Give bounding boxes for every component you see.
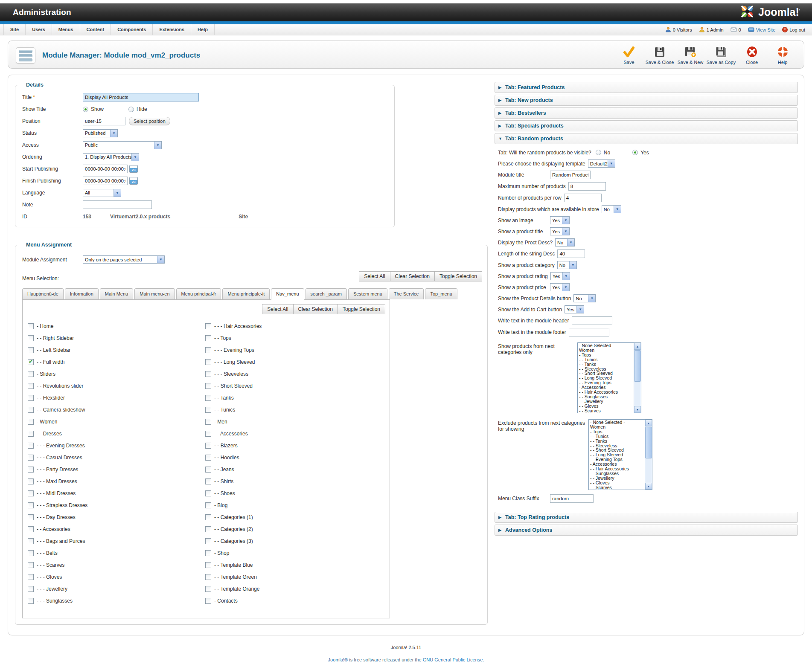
show-the-product-details-button-select[interactable]: No▼ xyxy=(573,294,596,302)
accordion-header-tab-specials-products[interactable]: ▶Tab: Specials products xyxy=(495,120,798,131)
category-option[interactable]: - Tops xyxy=(589,429,645,434)
checkbox[interactable] xyxy=(205,598,211,604)
joomla-link[interactable]: Joomla!® xyxy=(328,657,348,662)
language-select[interactable]: All▼ xyxy=(83,189,121,197)
logout-link[interactable]: Log out xyxy=(782,27,805,32)
menu-tab-menu-principal-fr[interactable]: Menu principal-fr xyxy=(176,288,221,299)
checkbox[interactable] xyxy=(28,550,34,556)
category-option[interactable]: - - Evening Tops xyxy=(589,457,645,462)
title-field[interactable] xyxy=(83,93,199,101)
position-field[interactable] xyxy=(83,117,125,125)
scroll-up-icon[interactable]: ▲ xyxy=(634,343,641,350)
menubar-item-help[interactable]: Help xyxy=(191,24,215,35)
category-option[interactable]: - - Gloves xyxy=(589,481,645,485)
menu-tab-search-param[interactable]: search _param xyxy=(306,288,347,299)
checkbox[interactable] xyxy=(28,383,34,389)
checkbox[interactable] xyxy=(205,526,211,532)
checkbox[interactable] xyxy=(205,455,211,461)
category-option[interactable]: - - Sleeveless xyxy=(578,367,634,371)
checkbox[interactable] xyxy=(28,371,34,377)
checkbox[interactable] xyxy=(205,395,211,401)
checkbox[interactable] xyxy=(205,359,211,365)
checkbox[interactable] xyxy=(205,443,211,449)
scroll-down-icon[interactable]: ▼ xyxy=(634,406,641,413)
clear-selection-button[interactable]: Clear Selection xyxy=(293,304,338,314)
calendar-icon[interactable]: 23 xyxy=(129,165,138,173)
select-all-button[interactable]: Select All xyxy=(262,304,293,314)
checkbox[interactable] xyxy=(28,455,34,461)
category-option[interactable]: - - Tanks xyxy=(589,439,645,444)
clear-selection-button[interactable]: Clear Selection xyxy=(390,271,435,281)
show-a-product-rating-select[interactable]: Yes▼ xyxy=(550,272,570,280)
accordion-header-random-products[interactable]: ▼ Tab: Random products xyxy=(495,133,798,144)
checkbox[interactable] xyxy=(28,335,34,341)
menubar-item-site[interactable]: Site xyxy=(3,24,26,35)
checkbox[interactable] xyxy=(28,347,34,353)
menubar-item-content[interactable]: Content xyxy=(80,24,111,35)
menu-tab-sestem-menu[interactable]: Sestem menu xyxy=(348,288,387,299)
category-option[interactable]: - - Long Sleeved xyxy=(589,452,645,457)
category-option[interactable]: - - Hair Accessories xyxy=(578,390,634,394)
menubar-item-components[interactable]: Components xyxy=(111,24,153,35)
scrollbar[interactable]: ▲▼ xyxy=(645,420,652,490)
finish-publishing-field[interactable] xyxy=(83,177,128,185)
checkbox[interactable] xyxy=(205,323,211,329)
checkbox[interactable] xyxy=(28,586,34,592)
exclude-categories-listbox[interactable]: - None Selected -Women- Tops- - Tunics- … xyxy=(588,419,652,490)
close-button[interactable]: Close xyxy=(736,45,767,67)
category-option[interactable]: Women xyxy=(578,348,634,353)
scrollbar[interactable]: ▲▼ xyxy=(634,343,641,413)
checkbox[interactable] xyxy=(28,431,34,437)
menu-tab-nav-menu[interactable]: Nav_menu xyxy=(271,288,304,300)
checkbox[interactable] xyxy=(28,419,34,425)
module-assignment-select[interactable]: Only on the pages selected▼ xyxy=(83,255,165,264)
checkbox[interactable] xyxy=(205,407,211,413)
menu-tab-information[interactable]: Information xyxy=(65,288,99,299)
save-as-copy-button[interactable]: Save as Copy xyxy=(706,45,736,67)
display-the-proct-desc-select[interactable]: No▼ xyxy=(555,238,575,246)
menu-tab-main-menu-en[interactable]: Main menu-en xyxy=(134,288,175,299)
category-option[interactable]: - Tops xyxy=(578,353,634,357)
start-publishing-field[interactable] xyxy=(83,165,128,173)
calendar-icon[interactable]: 23 xyxy=(129,177,138,185)
menu-tab-the-service[interactable]: The Service xyxy=(389,288,424,299)
category-option[interactable]: - None Selected - xyxy=(578,343,634,348)
checkbox[interactable] xyxy=(205,538,211,544)
menu-tab-main-menu[interactable]: Main Menu xyxy=(100,288,133,299)
category-option[interactable]: - - Scarves xyxy=(589,485,645,490)
toggle-selection-button[interactable]: Toggle Selection xyxy=(338,304,385,314)
status-select[interactable]: Published▼ xyxy=(83,129,118,137)
checkbox[interactable] xyxy=(205,467,211,473)
checkbox[interactable] xyxy=(205,371,211,377)
checkbox[interactable] xyxy=(28,514,34,520)
category-option[interactable]: - - Tunics xyxy=(589,434,645,439)
view-site-link[interactable]: View Site xyxy=(748,27,776,32)
checkbox[interactable] xyxy=(28,395,34,401)
length-of-the-string-desc-field[interactable] xyxy=(557,249,585,258)
checkbox[interactable] xyxy=(205,562,211,568)
random-visible-no-radio[interactable] xyxy=(596,150,601,155)
maximum-number-of-products-field[interactable] xyxy=(568,182,606,191)
accordion-header-advanced-options[interactable]: ▶Advanced Options xyxy=(495,525,798,536)
template-select[interactable]: Default2▼ xyxy=(588,159,615,168)
checkbox[interactable] xyxy=(28,538,34,544)
show-a-product-price-select[interactable]: Yes▼ xyxy=(550,283,570,291)
checkbox[interactable] xyxy=(205,550,211,556)
scroll-thumb[interactable] xyxy=(645,427,652,458)
module-title-field[interactable] xyxy=(550,171,591,179)
checkbox[interactable] xyxy=(28,562,34,568)
accordion-header-tab-top-rating-products[interactable]: ▶Tab: Top Rating products xyxy=(495,512,798,523)
menubar-item-extensions[interactable]: Extensions xyxy=(153,24,191,35)
random-visible-yes-radio[interactable] xyxy=(632,150,638,155)
note-field[interactable] xyxy=(83,200,152,209)
checkbox[interactable] xyxy=(205,335,211,341)
accordion-header-tab-featured-products[interactable]: ▶Tab: Featured Products xyxy=(495,82,798,93)
category-option[interactable]: - - Gloves xyxy=(578,404,634,409)
menubar-item-menus[interactable]: Menus xyxy=(52,24,80,35)
checkbox[interactable] xyxy=(28,490,34,496)
show-categories-listbox[interactable]: - None Selected -Women- Tops- - Tunics- … xyxy=(577,342,641,413)
checkbox[interactable] xyxy=(28,443,34,449)
checkbox-checked[interactable] xyxy=(28,359,34,365)
category-option[interactable]: - Accessories xyxy=(578,385,634,390)
show-title-hide-radio[interactable] xyxy=(128,107,134,112)
